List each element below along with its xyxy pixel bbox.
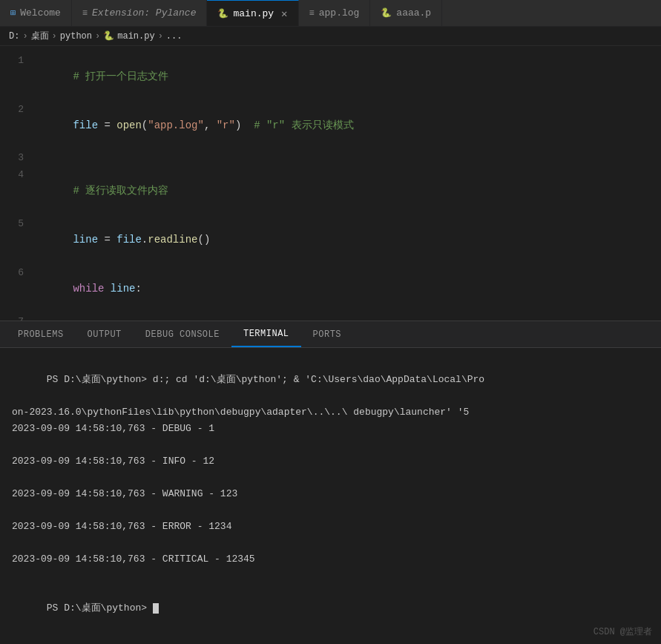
tab-main-py[interactable]: 🐍 main.py ✕: [207, 0, 298, 26]
terminal-line-6: 2023-09-09 14:58:10,763 - ERROR - 1234: [12, 519, 649, 535]
app-log-icon: ≡: [309, 8, 315, 19]
breadcrumb-filename: main.py: [117, 31, 154, 42]
terminal-line-blank-4: [12, 535, 649, 551]
breadcrumb-ellipsis: ...: [166, 31, 182, 42]
code-line-7: 7 print(line): [0, 313, 661, 321]
terminal-line-blank-2: [12, 470, 649, 486]
terminal[interactable]: PS D:\桌面\python> d:; cd 'd:\桌面\python'; …: [0, 348, 661, 643]
panel-tab-ports[interactable]: PORTS: [301, 321, 354, 347]
tab-welcome-label: Welcome: [20, 7, 61, 19]
tab-app-log[interactable]: ≡ app.log: [299, 0, 371, 26]
code-line-1: 1 # 打开一个日志文件: [0, 52, 661, 101]
main-py-icon: 🐍: [217, 8, 228, 19]
code-line-5: 5 line = file.readline(): [0, 215, 661, 264]
breadcrumb-file-icon: 🐍: [103, 30, 114, 42]
welcome-icon: ⊞: [10, 7, 16, 19]
tab-bar: ⊞ Welcome ≡ Extension: Pylance 🐍 main.py…: [0, 0, 661, 27]
tab-aaaa-py[interactable]: 🐍 aaaa.p: [370, 0, 442, 26]
tab-aaaa-py-label: aaaa.p: [396, 7, 431, 19]
terminal-line-7: 2023-09-09 14:58:10,763 - CRITICAL - 123…: [12, 551, 649, 568]
breadcrumb: D: › 桌面 › python › 🐍 main.py › ...: [0, 27, 661, 46]
terminal-cursor: [153, 603, 159, 614]
aaaa-py-icon: 🐍: [381, 7, 392, 19]
terminal-line-1: PS D:\桌面\python> d:; cd 'd:\桌面\python'; …: [12, 355, 649, 404]
tab-pylance[interactable]: ≡ Extension: Pylance: [72, 0, 208, 26]
tab-pylance-label: Extension: Pylance: [92, 7, 196, 19]
panel: PROBLEMS OUTPUT DEBUG CONSOLE TERMINAL P…: [0, 321, 661, 643]
code-line-4: 4 # 逐行读取文件内容: [0, 166, 661, 215]
panel-tab-bar: PROBLEMS OUTPUT DEBUG CONSOLE TERMINAL P…: [0, 321, 661, 348]
code-editor[interactable]: 1 # 打开一个日志文件 2 file = open("app.log", "r…: [0, 46, 661, 321]
code-line-3: 3: [0, 150, 661, 166]
panel-tab-problems[interactable]: PROBLEMS: [6, 321, 76, 347]
terminal-line-3: 2023-09-09 14:58:10,763 - DEBUG - 1: [12, 421, 649, 437]
tab-main-py-label: main.py: [233, 8, 274, 19]
terminal-line-blank-5: [12, 568, 649, 584]
terminal-line-blank-1: [12, 437, 649, 453]
terminal-line-4: 2023-09-09 14:58:10,763 - INFO - 12: [12, 453, 649, 470]
panel-tab-output[interactable]: OUTPUT: [76, 321, 134, 347]
breadcrumb-python: python: [60, 31, 92, 42]
watermark: CSDN @监理者: [593, 625, 652, 638]
terminal-line-2: on-2023.16.0\pythonFiles\lib\python\debu…: [12, 404, 649, 421]
breadcrumb-desktop: 桌面: [31, 30, 49, 42]
pylance-icon: ≡: [82, 8, 88, 19]
code-line-6: 6 while line:: [0, 264, 661, 313]
terminal-line-blank-3: [12, 502, 649, 519]
code-line-2: 2 file = open("app.log", "r") # "r" 表示只读…: [0, 101, 661, 150]
tab-app-log-label: app.log: [319, 7, 360, 19]
breadcrumb-d: D:: [9, 31, 19, 42]
tab-welcome[interactable]: ⊞ Welcome: [0, 0, 72, 26]
terminal-line-5: 2023-09-09 14:58:10,763 - WARNING - 123: [12, 486, 649, 502]
panel-tab-debug-console[interactable]: DEBUG CONSOLE: [134, 321, 231, 347]
terminal-line-prompt2: PS D:\桌面\python>: [12, 584, 649, 633]
panel-tab-terminal[interactable]: TERMINAL: [231, 321, 301, 347]
tab-main-py-close[interactable]: ✕: [281, 7, 287, 20]
